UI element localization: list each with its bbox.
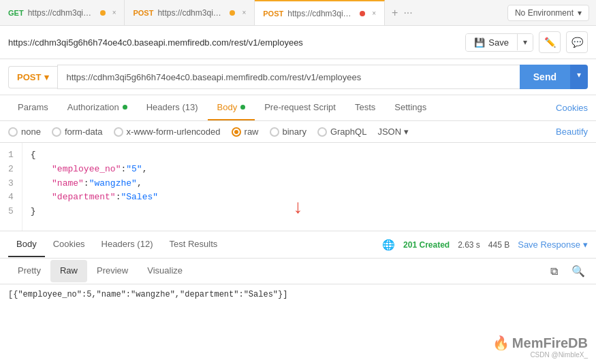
sub-tab-prerequest-label: Pre-request Script: [264, 102, 336, 112]
resp-tab-body[interactable]: Body: [8, 232, 45, 257]
watermark-flame-icon: 🔥: [492, 335, 509, 351]
line-num-1: 1: [8, 148, 14, 163]
resp-tab-cookies[interactable]: Cookies: [45, 232, 93, 257]
body-type-binary[interactable]: binary: [270, 127, 307, 137]
radio-formdata: [52, 127, 61, 137]
address-bar: https://cdhm3qi5g6h6h74oe4c0.baseapi.mem…: [0, 26, 596, 59]
response-output: [{"employee_no":5,"name":"wangzhe","depa…: [0, 284, 596, 325]
env-label: No Environment: [515, 8, 574, 18]
save-button[interactable]: 💾 Save: [466, 34, 517, 51]
tab-close-post1[interactable]: ×: [242, 9, 246, 16]
tab-dot-post2: [360, 11, 365, 16]
tab-url-post1: https://cdhm3qi5g6hi: [157, 8, 225, 18]
response-meta: 🌐 201 Created 2.63 s 445 B Save Response…: [382, 239, 588, 251]
radio-raw: [232, 127, 241, 137]
tab-url-post2: https://cdhm3qi5g6hi: [287, 9, 356, 18]
chevron-down-icon: ▾: [578, 8, 582, 18]
send-dropdown-button[interactable]: ▾: [570, 65, 588, 89]
beautify-button[interactable]: Beautify: [556, 127, 588, 137]
tab-dot-post1: [230, 10, 235, 16]
cookies-link[interactable]: Cookies: [556, 96, 588, 120]
body-type-graphql[interactable]: GraphQL: [317, 127, 366, 137]
tab-method-get: GET: [8, 9, 24, 17]
json-label: JSON: [377, 127, 401, 137]
comment-icon[interactable]: 💬: [566, 31, 588, 53]
body-type-urlencoded[interactable]: x-www-form-urlencoded: [114, 127, 221, 137]
body-type-urlencoded-label: x-www-form-urlencoded: [127, 127, 221, 137]
method-label: POST: [17, 72, 41, 82]
save-dropdown-button[interactable]: ▾: [517, 34, 533, 50]
sub-tab-params-label: Params: [18, 102, 48, 112]
response-bar: Body Cookies Headers (12) Test Results 🌐…: [0, 231, 596, 259]
response-time: 2.63 s: [458, 240, 480, 250]
code-content[interactable]: { "employee_no":"5", "name":"wangzhe", "…: [22, 143, 596, 231]
tab-more-icon[interactable]: ···: [403, 7, 412, 19]
response-status: 201 Created: [403, 240, 450, 250]
line-numbers: 1 2 3 4 5: [0, 143, 22, 231]
save-icon: 💾: [474, 37, 485, 48]
body-type-binary-label: binary: [283, 127, 307, 137]
send-button-group: Send ▾: [520, 65, 588, 89]
tab-url-get: https://cdhm3qi5g6h6: [28, 8, 96, 18]
radio-graphql: [317, 127, 327, 137]
sub-tab-prerequest[interactable]: Pre-request Script: [255, 95, 345, 120]
auth-dot: [123, 105, 127, 110]
code-editor: 1 2 3 4 5 { "employee_no":"5", "name":"w…: [0, 143, 596, 231]
body-dot: [240, 105, 245, 110]
tab-close-get[interactable]: ×: [112, 9, 116, 16]
sub-tab-authorization-label: Authorization: [67, 102, 119, 112]
edit-icon[interactable]: ✏️: [539, 31, 561, 53]
sub-tab-headers-label: Headers (13): [146, 102, 198, 112]
response-size: 445 B: [488, 240, 509, 250]
resp-globe-icon[interactable]: 🌐: [382, 239, 395, 251]
resp-tab-testresults[interactable]: Test Results: [161, 232, 225, 257]
resp-icon-group: ⧉ 🔍: [544, 262, 588, 281]
radio-binary: [270, 127, 279, 137]
tab-post-2[interactable]: POST https://cdhm3qi5g6hi ×: [255, 0, 385, 25]
save-response-button[interactable]: Save Response ▾: [518, 239, 588, 250]
resp-sub-pretty[interactable]: Pretty: [8, 260, 50, 282]
sub-tab-authorization[interactable]: Authorization: [58, 95, 137, 120]
url-input[interactable]: [57, 65, 519, 89]
tab-add-icon[interactable]: +: [392, 7, 398, 19]
line-num-2: 2: [8, 163, 14, 177]
request-bar: POST ▾ Send ▾: [0, 59, 596, 95]
watermark-sub: CSDN @NimbleX_: [530, 351, 588, 359]
save-label: Save: [488, 37, 509, 48]
sub-tab-tests[interactable]: Tests: [345, 95, 385, 120]
sub-tab-params[interactable]: Params: [8, 95, 58, 120]
body-type-formdata[interactable]: form-data: [52, 127, 103, 137]
copy-icon[interactable]: ⧉: [544, 262, 563, 281]
json-format-selector[interactable]: JSON ▾: [377, 127, 409, 137]
tab-post-1[interactable]: POST https://cdhm3qi5g6hi ×: [125, 0, 255, 25]
tab-get[interactable]: GET https://cdhm3qi5g6h6 ×: [0, 0, 125, 25]
save-button-group: 💾 Save ▾: [465, 33, 533, 52]
body-type-none-label: none: [21, 127, 41, 137]
resp-sub-visualize[interactable]: Visualize: [138, 260, 192, 282]
tab-add-area[interactable]: + ···: [385, 7, 420, 19]
send-button[interactable]: Send: [520, 65, 570, 89]
sub-tab-body-label: Body: [217, 102, 238, 112]
line-num-5: 5: [8, 205, 14, 219]
resp-sub-raw[interactable]: Raw: [50, 260, 87, 282]
address-url: https://cdhm3qi5g6h6h74oe4c0.baseapi.mem…: [8, 37, 460, 48]
sub-tab-settings[interactable]: Settings: [385, 95, 436, 120]
method-selector[interactable]: POST ▾: [8, 66, 57, 88]
sub-tab-headers[interactable]: Headers (13): [137, 95, 208, 120]
body-type-none[interactable]: none: [8, 127, 41, 137]
env-selector[interactable]: No Environment ▾: [507, 5, 589, 21]
search-icon[interactable]: 🔍: [569, 262, 588, 281]
tab-close-post2[interactable]: ×: [372, 10, 376, 17]
response-sub-bar: Pretty Raw Preview Visualize ⧉ 🔍: [0, 259, 596, 284]
tab-method-post2: POST: [263, 10, 283, 18]
radio-none: [8, 127, 18, 137]
resp-tab-headers[interactable]: Headers (12): [93, 232, 161, 257]
method-chevron-icon: ▾: [44, 72, 49, 82]
tab-dot-get: [100, 10, 106, 16]
line-num-4: 4: [8, 191, 14, 205]
sub-tab-body[interactable]: Body: [208, 95, 255, 120]
resp-sub-preview[interactable]: Preview: [87, 260, 138, 282]
watermark-logo: 🔥 MemFireDB: [492, 335, 588, 351]
body-type-raw[interactable]: raw: [232, 127, 259, 137]
body-type-graphql-label: GraphQL: [330, 127, 366, 137]
